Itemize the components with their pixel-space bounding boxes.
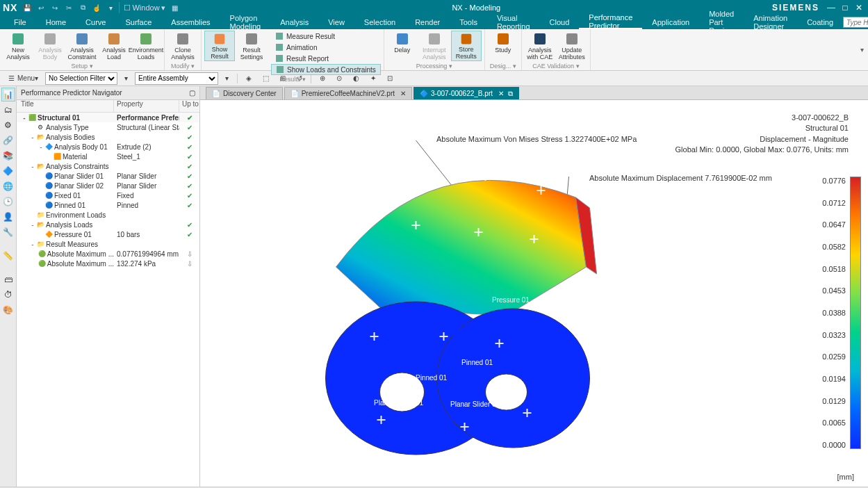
maximize-button[interactable]: □ (839, 2, 851, 13)
tree-row[interactable]: 🔵Planar Slider 01Planar Slider✔ (17, 171, 199, 181)
tab-close-icon[interactable]: ✕ (400, 90, 406, 97)
menu-application[interactable]: Application (642, 15, 699, 29)
cut-icon[interactable]: ✂ (63, 2, 74, 13)
history-icon[interactable]: 🕒 (1, 195, 15, 209)
measure-result-button[interactable]: Measure Result (271, 31, 381, 42)
search-box[interactable] (843, 17, 868, 28)
group-cae-validation[interactable]: CAE Validation ▾ (525, 62, 587, 70)
group-processing[interactable]: Processing ▾ (387, 62, 482, 70)
tree-row[interactable]: 🟢Absolute Maximum ...0.07761994964 mm⇩ (17, 249, 199, 259)
doc-tab[interactable]: 📄Discovery Center (206, 87, 283, 99)
menu-assemblies[interactable]: Assemblies (161, 15, 220, 29)
group-setup[interactable]: Setup ▾ (3, 62, 161, 70)
tree-row[interactable]: -📂Analysis Loads✔ (17, 220, 199, 229)
tree-row[interactable]: 🟢Absolute Maximum ...132.274 kPa⇩ (17, 259, 199, 268)
delay-button[interactable]: Delay (387, 31, 418, 61)
tree-row[interactable]: -📂Analysis Constraints✔ (17, 161, 199, 171)
graphics-viewport[interactable]: 📄Discovery Center📄PremiereCoffeeMachineV… (200, 86, 868, 487)
close-button[interactable]: ✕ (853, 2, 865, 13)
menu-analysis[interactable]: Analysis (270, 15, 318, 29)
menu-polygon-modeling[interactable]: Polygon Modeling (220, 15, 271, 29)
group-modify[interactable]: Modify ▾ (167, 62, 198, 70)
copy-icon[interactable]: ⧉ (77, 2, 88, 13)
analysis-with-cae-button[interactable]: Analysiswith CAE (525, 31, 555, 61)
layer-icon[interactable]: 🗃 (1, 273, 15, 286)
update-attributes-button[interactable]: UpdateAttributes (557, 31, 587, 61)
ribbon-collapse-icon[interactable]: ▾ (860, 46, 864, 54)
menu-tools[interactable]: Tools (450, 15, 487, 29)
show-result-button[interactable]: ShowResult (204, 31, 235, 61)
tree-row[interactable]: 🔵Planar Slider 02Planar Slider✔ (17, 181, 199, 190)
tree-row[interactable]: 🟧MaterialSteel_1✔ (17, 152, 199, 161)
menu-view[interactable]: View (318, 15, 354, 29)
col-title[interactable]: Title (17, 100, 114, 112)
search-input[interactable] (843, 17, 868, 28)
assembly-nav-icon[interactable]: ⚙ (1, 118, 15, 132)
tree-row[interactable]: -📂Analysis Bodies✔ (17, 132, 199, 142)
selection-filter-dropdown[interactable]: No Selection Filter (45, 72, 117, 85)
tb-icon-9[interactable]: ⊡ (383, 72, 397, 85)
perf-predictor-tab-icon[interactable]: 📊 (1, 88, 15, 101)
new-analysis-button[interactable]: NewAnalysis (3, 31, 33, 61)
menu-surface[interactable]: Surface (115, 15, 161, 29)
menu-render[interactable]: Render (405, 15, 450, 29)
menu-visual-reporting[interactable]: Visual Reporting (487, 15, 540, 29)
undo-icon[interactable]: ↩ (35, 2, 47, 13)
tree-row[interactable]: -🔷Analysis Body 01Extrude (2)✔ (17, 142, 199, 152)
animation-button[interactable]: Animation (271, 42, 381, 53)
result-settings-button[interactable]: ResultSettings (236, 31, 267, 61)
filter-reset-icon[interactable]: ▾ (120, 72, 132, 85)
result-report-button[interactable]: Result Report (271, 53, 381, 64)
menu-selection[interactable]: Selection (354, 15, 405, 29)
tree-row[interactable]: 🔵Fixed 01Fixed✔ (17, 190, 199, 200)
analysis-load-button[interactable]: AnalysisLoad (99, 31, 129, 61)
col-upto[interactable]: Up to (179, 100, 199, 112)
tree-row[interactable]: -🟩Structural 01Performance Preferred✔ (17, 113, 199, 122)
clock-icon[interactable]: ⏱ (1, 288, 15, 302)
navigator-close-icon[interactable]: ▢ (189, 89, 195, 97)
tree-row[interactable]: 📁Environment Loads (17, 210, 199, 220)
store-results-button[interactable]: StoreResults (451, 31, 482, 61)
environment-loads-button[interactable]: EnvironmentLoads (131, 31, 161, 61)
reuse-lib-icon[interactable]: 📚 (1, 149, 15, 163)
clone-analysis-button[interactable]: CloneAnalysis (167, 31, 198, 61)
menu-coating[interactable]: Coating (797, 15, 843, 29)
menu-home[interactable]: Home (36, 15, 76, 29)
tree-row[interactable]: 🔵Pinned 01Pinned✔ (17, 200, 199, 210)
col-property[interactable]: Property (114, 100, 179, 112)
group-desig-[interactable]: Desig... ▾ (488, 62, 518, 70)
menu-performance-predictor[interactable]: Performance Predictor (579, 15, 642, 29)
hd3d-icon[interactable]: 🔷 (1, 164, 15, 178)
menu-animation-designer[interactable]: Animation Designer (744, 15, 797, 29)
group-results[interactable]: Results ▾ (204, 75, 381, 83)
tree-row[interactable]: ⚙Analysis TypeStructural (Linear Statics… (17, 122, 199, 132)
window-menu[interactable]: ☐Window▾ (119, 2, 169, 13)
doc-tab[interactable]: 🔷3-007-000622_B.prt✕⧉ (413, 87, 519, 99)
browser-icon[interactable]: 🌐 (1, 179, 15, 193)
menu-file[interactable]: File (4, 15, 36, 29)
minimize-button[interactable]: — (825, 2, 837, 13)
menu-curve[interactable]: Curve (76, 15, 115, 29)
analysis-constraint-button[interactable]: AnalysisConstraint (67, 31, 97, 61)
touch-icon[interactable]: ☝ (91, 2, 102, 13)
render-icon[interactable]: 🎨 (1, 303, 15, 317)
tab-close-icon[interactable]: ✕ (498, 90, 504, 97)
part-nav-icon[interactable]: 🗂 (1, 103, 15, 117)
measure-icon[interactable]: 📏 (1, 249, 15, 263)
system-icon[interactable]: 🔧 (1, 225, 15, 239)
menu-molded-part-design[interactable]: Molded Part Design (699, 15, 744, 29)
redo-icon[interactable]: ↪ (49, 2, 60, 13)
roles-icon[interactable]: 👤 (1, 210, 15, 224)
app-switch-icon[interactable]: ▦ (170, 2, 181, 13)
tree-row[interactable]: -📁Result Measures (17, 239, 199, 249)
navigator-tree[interactable]: -🟩Structural 01Performance Preferred✔ ⚙A… (17, 113, 199, 487)
menu-cloud[interactable]: Cloud (540, 15, 580, 29)
tree-row[interactable]: 🔶Pressure 0110 bars✔ (17, 229, 199, 239)
show-loads-constraints-button[interactable]: Show Loads and Constraints (271, 64, 381, 75)
save-icon[interactable]: 💾 (22, 2, 33, 13)
constraint-nav-icon[interactable]: 🔗 (1, 133, 15, 147)
more-icon[interactable]: ▾ (105, 2, 116, 13)
doc-tab[interactable]: 📄PremiereCoffeeMachineV2.prt✕ (284, 87, 412, 99)
menu-button[interactable]: ☰ Menu ▾ (4, 72, 42, 85)
study-button[interactable]: Study (488, 31, 518, 61)
